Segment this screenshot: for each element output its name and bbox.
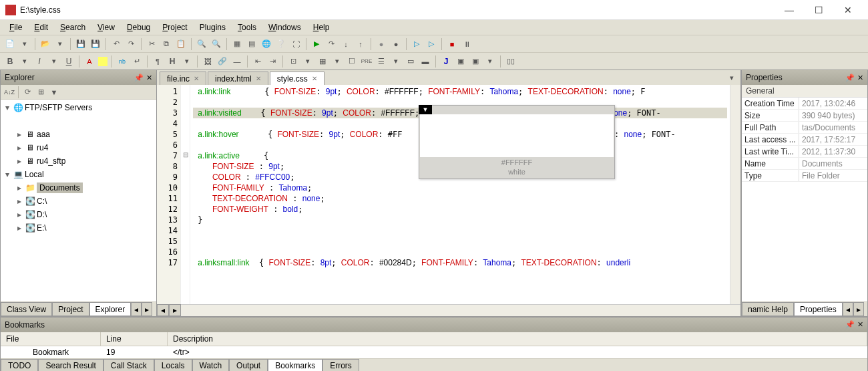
- tree-item[interactable]: ▸🖥ru4: [1, 141, 156, 154]
- pin-icon[interactable]: 📌: [845, 74, 855, 82]
- tree-item[interactable]: ▾🌐FTP/SFTP Servers: [1, 101, 156, 114]
- bottom-tab-locals[interactable]: Locals: [154, 359, 192, 371]
- dropdown-icon[interactable]: ▾: [181, 55, 193, 68]
- menu-view[interactable]: View: [92, 21, 120, 33]
- help-icon[interactable]: ❔: [275, 38, 287, 50]
- redo-icon[interactable]: ↷: [125, 38, 137, 50]
- menu-windows[interactable]: Windows: [263, 21, 306, 33]
- refresh-icon[interactable]: ⟳: [21, 86, 33, 98]
- dropdown-icon[interactable]: ▾: [331, 55, 343, 68]
- code-line[interactable]: TEXT-DECORATION : none;: [193, 193, 727, 204]
- italic-icon[interactable]: I: [33, 55, 45, 68]
- property-row[interactable]: Creation Time2017, 13:02:46: [742, 98, 867, 110]
- property-row[interactable]: TypeFile Folder: [742, 170, 867, 182]
- property-row[interactable]: Size390 940 bytes): [742, 110, 867, 122]
- color-tooltip[interactable]: ▼ #FFFFFF white: [419, 105, 615, 179]
- paste-icon[interactable]: 📋: [175, 38, 187, 50]
- panel-icon[interactable]: ▤: [246, 38, 258, 50]
- run-icon[interactable]: ▶: [310, 38, 322, 50]
- code-line[interactable]: }: [193, 215, 727, 225]
- code-line[interactable]: FONT-FAMILY : Tahoma;: [193, 182, 727, 193]
- property-row[interactable]: Last access ...2017, 17:52:17: [742, 134, 867, 146]
- property-row[interactable]: NameDocuments: [742, 158, 867, 170]
- play-icon[interactable]: ▷: [425, 38, 437, 50]
- tree-item[interactable]: ▸💽E:\: [1, 221, 156, 235]
- property-row[interactable]: Last write Ti...2012, 11:37:30: [742, 146, 867, 158]
- menu-file[interactable]: File: [4, 21, 27, 33]
- tree-item[interactable]: ▸🖥aaa: [1, 128, 156, 141]
- bookmark-row[interactable]: Bookmark19</tr>: [1, 346, 867, 358]
- nav-icon[interactable]: ◂: [843, 302, 853, 316]
- tree-item[interactable]: ▸💽D:\: [1, 208, 156, 221]
- stop-icon[interactable]: ■: [446, 38, 458, 50]
- heading-icon[interactable]: H: [166, 55, 178, 68]
- indent-left-icon[interactable]: ⇤: [252, 55, 264, 68]
- save-icon[interactable]: 💾: [75, 38, 87, 50]
- sort-alpha-icon[interactable]: A↓Z: [3, 86, 15, 98]
- properties-tab[interactable]: namic Help: [742, 302, 794, 316]
- div-icon[interactable]: ▭: [405, 55, 417, 68]
- save-all-icon[interactable]: 💾: [89, 38, 101, 50]
- close-icon[interactable]: ✕: [857, 320, 863, 329]
- list-icon[interactable]: ☰: [375, 55, 387, 68]
- code-line[interactable]: [193, 236, 727, 247]
- nbsp-icon[interactable]: nb: [116, 55, 128, 68]
- bottom-tab-output[interactable]: Output: [229, 359, 268, 371]
- toggle-icon[interactable]: ▦: [231, 38, 243, 50]
- record-icon[interactable]: ●: [375, 38, 387, 50]
- close-tab-icon[interactable]: ✕: [256, 75, 261, 82]
- fold-gutter[interactable]: ⊟: [181, 85, 190, 304]
- new-file-icon[interactable]: 📄: [4, 38, 16, 50]
- pause-icon[interactable]: ⏸: [461, 38, 473, 50]
- tree-icon[interactable]: ⊞: [35, 86, 47, 98]
- fullscreen-icon[interactable]: ⛶: [290, 38, 302, 50]
- close-icon[interactable]: ✕: [146, 74, 152, 82]
- open-folder-icon[interactable]: 📂: [39, 38, 51, 50]
- table-icon[interactable]: ▦: [316, 55, 329, 68]
- code-line[interactable]: FONT-WEIGHT : bold;: [193, 204, 727, 215]
- tree-item[interactable]: ▸🖥ru4_sftp: [1, 154, 156, 168]
- menu-search[interactable]: Search: [55, 21, 91, 33]
- form-icon[interactable]: ☐: [346, 55, 358, 68]
- pin-icon[interactable]: 📌: [134, 74, 144, 82]
- bottom-tab-todo[interactable]: TODO: [1, 359, 38, 371]
- underline-icon[interactable]: U: [63, 55, 75, 68]
- hr-icon[interactable]: —: [231, 55, 243, 68]
- close-tab-icon[interactable]: ✕: [194, 75, 199, 82]
- paragraph-icon[interactable]: ¶: [152, 55, 164, 68]
- nav-icon[interactable]: ▸: [142, 302, 152, 316]
- code-area[interactable]: 1234567891011121314151617 ⊟ a.link:link …: [157, 85, 740, 304]
- font-color-icon[interactable]: A: [83, 55, 95, 68]
- close-button[interactable]: ✕: [833, 1, 863, 19]
- filter-icon[interactable]: ▼: [48, 86, 60, 98]
- nav-left-icon[interactable]: ◂: [157, 304, 169, 316]
- bottom-tab-search-result[interactable]: Search Result: [38, 359, 103, 371]
- code-line[interactable]: [193, 247, 727, 257]
- editor-tab[interactable]: style.css✕: [270, 72, 324, 85]
- code-line[interactable]: a.link:link { FONT-SIZE: 9pt; COLOR: #FF…: [193, 86, 727, 97]
- col-description[interactable]: Description: [168, 332, 867, 346]
- frames-icon[interactable]: ▯▯: [505, 55, 517, 68]
- tree-item[interactable]: ▾💻Local: [1, 168, 156, 181]
- menu-edit[interactable]: Edit: [29, 21, 53, 33]
- editor-tab[interactable]: file.inc✕: [160, 72, 206, 85]
- editor-tab[interactable]: index.html✕: [208, 72, 268, 85]
- css-icon[interactable]: ▣: [455, 55, 467, 68]
- explorer-tab-project[interactable]: Project: [52, 302, 89, 316]
- pin-icon[interactable]: 📌: [845, 320, 855, 329]
- indent-right-icon[interactable]: ⇥: [266, 55, 278, 68]
- copy-icon[interactable]: ⧉: [160, 38, 172, 50]
- browser-icon[interactable]: 🌐: [260, 38, 272, 50]
- undo-icon[interactable]: ↶: [110, 38, 122, 50]
- code-line[interactable]: a.linksmall:link { FONT-SIZE: 8pt; COLOR…: [193, 257, 727, 268]
- record-stop-icon[interactable]: ●: [390, 38, 402, 50]
- dropdown-icon[interactable]: ▾: [19, 38, 31, 50]
- col-file[interactable]: File: [1, 332, 101, 346]
- property-row[interactable]: Full Pathtas/Documents: [742, 122, 867, 134]
- script-icon[interactable]: J: [440, 55, 452, 68]
- explorer-tab-class-view[interactable]: Class View: [1, 302, 52, 316]
- dropdown-icon[interactable]: ▾: [302, 55, 314, 68]
- find-icon[interactable]: 🔍: [196, 38, 208, 50]
- nav-right-icon[interactable]: ▸: [169, 304, 181, 316]
- tab-dropdown-icon[interactable]: ▾: [726, 72, 738, 84]
